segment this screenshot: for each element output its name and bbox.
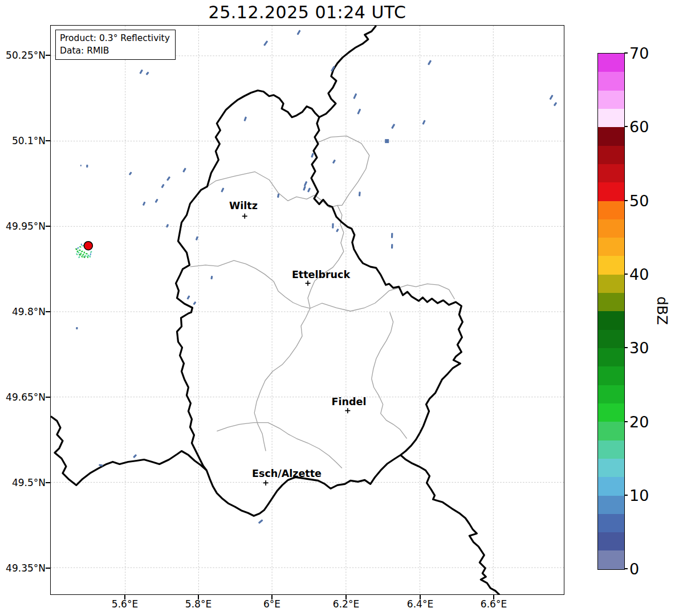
radar-echo [422,120,425,125]
colorbar-segment [598,256,624,274]
product-info-line: Product: 0.3° Reflectivity [60,32,170,44]
colorbar-tick-label: 60 [629,118,649,136]
colorbar-segment [598,422,624,440]
radar-map-figure: 25.12.2025 01:24 UTC Product: 0.3° Refle… [0,0,675,616]
colorbar-segment [598,477,624,495]
colorbar-segment [598,275,624,293]
colorbar-segment [598,146,624,164]
lat-tick-label: 49.95°N [6,221,46,232]
canton-border [254,308,310,451]
colorbar-segment [598,348,624,366]
country-border [51,417,206,486]
clutter-speckle [83,251,85,254]
radar-echo [161,184,164,189]
radar-echo [554,102,558,107]
colorbar-tick-label: 20 [629,413,649,431]
colorbar-segment [598,72,624,90]
radar-echo [549,95,553,100]
city-label: Wiltz [229,200,258,211]
lon-tick-label: 6.2°E [333,598,359,610]
clutter-speckle [76,253,78,255]
axis-tick [46,482,50,483]
radar-echo [258,519,263,524]
radar-echo [332,160,336,164]
colorbar-tick-label: 70 [629,44,649,62]
clutter-speckle [84,255,87,257]
city-marker [242,214,247,219]
radar-echo [336,229,339,232]
colorbar-segment [598,440,624,459]
radar-echo [391,244,393,248]
canton-border [190,260,310,308]
clutter-speckle [89,255,91,258]
canton-border [310,284,454,311]
radar-echo [391,124,395,129]
axis-tick [493,595,494,599]
axis-tick [46,226,50,226]
colorbar-tick-label: 0 [629,560,639,578]
radar-echo [76,327,78,329]
city-label: Ettelbruck [292,269,350,280]
colorbar-segment [598,496,624,514]
radar-echo [145,72,149,76]
colorbar-segment [598,164,624,182]
radar-echo [154,199,158,203]
radar-echo [186,295,190,300]
colorbar-segment [598,201,624,219]
clutter-speckle [82,254,84,256]
colorbar-segment [598,459,624,477]
lon-tick-label: 6.4°E [407,598,433,610]
axis-tick [271,595,272,599]
city-label: Findel [332,396,367,407]
product-info-box: Product: 0.3° Reflectivity Data: RMIB [55,30,176,60]
axis-tick [124,595,125,599]
lat-tick-label: 49.35°N [6,562,46,574]
radar-echo [391,233,393,238]
radar-echo [99,464,103,466]
radar-echo [303,186,306,191]
colorbar-tick [624,421,628,422]
colorbar-tick [624,495,628,495]
radar-echo [307,187,311,193]
axis-tick [46,397,50,397]
colorbar-segment [598,54,624,72]
colorbar-unit-label: dBZ [654,296,670,325]
radar-echo [353,93,357,99]
radar-echo [86,165,88,168]
lat-tick-label: 50.25°N [6,50,46,61]
colorbar-segment [598,385,624,403]
country-border [319,26,376,117]
clutter-speckle [90,253,91,255]
colorbar-tick-label: 40 [629,266,649,283]
radar-echo [210,276,213,279]
city-label: Esch/Alzette [252,468,322,479]
lat-tick-label: 49.8°N [12,306,46,317]
colorbar-tick [624,52,628,53]
map-title: 25.12.2025 01:24 UTC [50,2,564,22]
colorbar-tick [624,200,628,201]
radar-echo [385,139,389,143]
colorbar-segment [598,91,624,109]
axis-tick [345,595,346,599]
colorbar-tick-label: 50 [629,192,649,210]
colorbar-segment [598,366,624,385]
radar-echo [182,168,186,173]
colorbar-segment [598,109,624,127]
data-source-line: Data: RMIB [60,44,170,57]
colorbar-segment [598,219,624,238]
map-canvas [51,26,564,594]
lon-tick-label: 5.6°E [112,598,138,610]
radar-echo [166,176,170,181]
radar-echo [304,181,308,186]
radar-echo [139,70,143,75]
colorbar-tick [624,347,628,348]
clutter-speckle [81,243,82,246]
clutter-speckle [77,247,79,249]
lon-tick-label: 6°E [263,598,280,610]
canton-border [217,423,342,468]
city-marker [263,480,269,486]
radar-echo [243,116,247,121]
colorbar-tick-label: 10 [629,487,649,504]
axis-tick [46,568,50,568]
clutter-speckle [79,246,82,248]
